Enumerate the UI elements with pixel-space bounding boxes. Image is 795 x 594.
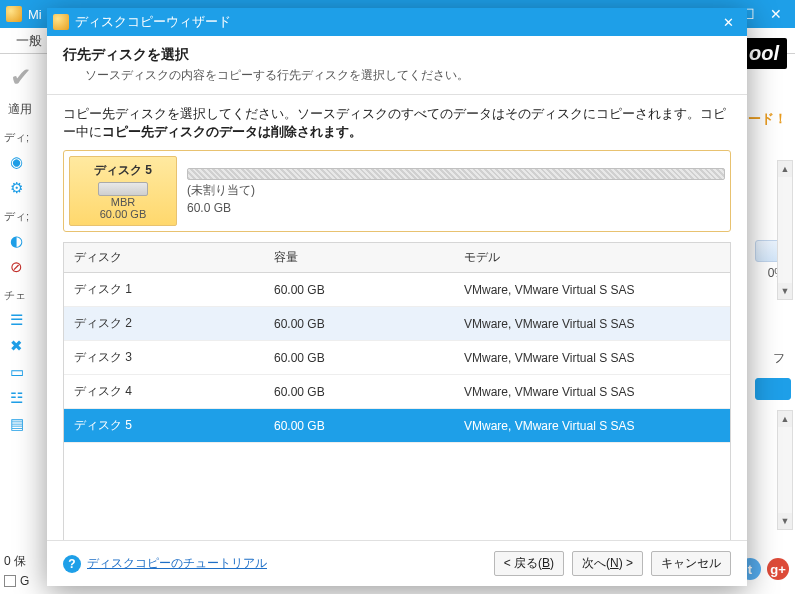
partition-label: (未割り当て): [187, 182, 725, 199]
convert-icon[interactable]: ◐: [10, 232, 23, 250]
table-row[interactable]: ディスク 260.00 GBVMware, VMware Virtual S S…: [64, 307, 730, 341]
disk-icon[interactable]: ◉: [10, 153, 23, 171]
scroll-track-2[interactable]: [778, 427, 792, 513]
cell-model: VMware, VMware Virtual S SAS: [454, 413, 730, 439]
unallocated-bar: [187, 168, 725, 180]
dialog-description-bold: コピー先ディスクのデータは削除されます。: [102, 124, 362, 139]
disk-copy-wizard-dialog: ディスクコピーウィザード ✕ 行先ディスクを選択 ソースディスクの内容をコピーす…: [47, 8, 747, 586]
scroll-track[interactable]: [778, 177, 792, 283]
dialog-footer: ? ディスクコピーのチュートリアル < 戻る(B) 次へ(N) > キャンセル: [47, 540, 747, 586]
disk-gear-icon[interactable]: ⚙: [10, 179, 23, 197]
cell-capacity: 60.00 GB: [264, 413, 454, 439]
col-header-model[interactable]: モデル: [454, 243, 730, 272]
cell-model: VMware, VMware Virtual S SAS: [454, 345, 730, 371]
parent-close-button[interactable]: ✕: [763, 4, 789, 24]
col-header-capacity[interactable]: 容量: [264, 243, 454, 272]
scroll-up-icon[interactable]: ▲: [778, 161, 792, 177]
sidebar-section-disk2: ディ;: [4, 209, 29, 224]
help-icon: ?: [63, 555, 81, 573]
checkbox-box-icon[interactable]: [4, 575, 16, 587]
right-scrollbar-2[interactable]: ▲ ▼: [777, 410, 793, 530]
dialog-titlebar: ディスクコピーウィザード ✕: [47, 8, 747, 36]
back-button[interactable]: < 戻る(B): [494, 551, 564, 576]
scroll-down-icon-2[interactable]: ▼: [778, 513, 792, 529]
cell-model: VMware, VMware Virtual S SAS: [454, 277, 730, 303]
apply-label[interactable]: 適用: [8, 101, 32, 118]
verify-icon[interactable]: ☰: [10, 311, 23, 329]
next-button[interactable]: 次へ(N) >: [572, 551, 643, 576]
dialog-subheading: ソースディスクの内容をコピーする行先ディスクを選択してください。: [85, 67, 731, 84]
preview-size: 60.00 GB: [100, 208, 146, 220]
dialog-close-button[interactable]: ✕: [715, 12, 741, 32]
scroll-up-icon-2[interactable]: ▲: [778, 411, 792, 427]
preview-disk-info: ディスク 5 MBR 60.00 GB: [69, 156, 177, 226]
cell-disk: ディスク 1: [64, 275, 264, 304]
table-row[interactable]: ディスク 460.00 GBVMware, VMware Virtual S S…: [64, 375, 730, 409]
pending-ops-label: 0 保: [4, 553, 29, 570]
table-header: ディスク 容量 モデル: [64, 242, 730, 273]
table-row[interactable]: ディスク 160.00 GBVMware, VMware Virtual S S…: [64, 273, 730, 307]
partition-size: 60.0 GB: [187, 201, 725, 215]
sidebar-section-disk: ディ;: [4, 130, 29, 145]
chart-icon[interactable]: ▭: [10, 363, 24, 381]
dialog-heading: 行先ディスクを選択: [63, 46, 731, 64]
cell-capacity: 60.00 GB: [264, 277, 454, 303]
brand-fragment: ool: [741, 38, 787, 69]
checkmark-icon: ✔: [10, 62, 32, 93]
cell-disk: ディスク 4: [64, 377, 264, 406]
right-scrollbar-1[interactable]: ▲ ▼: [777, 160, 793, 300]
preview-disk-name: ディスク 5: [94, 162, 152, 179]
cell-capacity: 60.00 GB: [264, 311, 454, 337]
dialog-description: コピー先ディスクを選択してください。ソースディスクのすべてのデータはそのディスク…: [63, 105, 731, 140]
dialog-window-controls: ✕: [715, 12, 741, 32]
right-blue-box: [755, 378, 791, 400]
cell-disk: ディスク 3: [64, 343, 264, 372]
help-link-text[interactable]: ディスクコピーのチュートリアル: [87, 555, 267, 572]
col-header-disk[interactable]: ディスク: [64, 243, 264, 272]
scroll-down-icon[interactable]: ▼: [778, 283, 792, 299]
right-upgrade-label: ード！: [748, 110, 787, 128]
table-row[interactable]: ディスク 360.00 GBVMware, VMware Virtual S S…: [64, 341, 730, 375]
parent-bottom-bar: 0 保 G: [4, 553, 29, 588]
cell-disk: ディスク 2: [64, 309, 264, 338]
cell-disk: ディスク 5: [64, 411, 264, 440]
cancel-button[interactable]: キャンセル: [651, 551, 731, 576]
cell-model: VMware, VMware Virtual S SAS: [454, 311, 730, 337]
cell-model: VMware, VMware Virtual S SAS: [454, 379, 730, 405]
app-icon: [6, 6, 22, 22]
checkbox-g-label: G: [20, 574, 29, 588]
googleplus-icon[interactable]: g+: [767, 558, 789, 580]
right-fu-label: フ: [773, 350, 785, 367]
help-link[interactable]: ? ディスクコピーのチュートリアル: [63, 555, 267, 573]
preview-scheme: MBR: [111, 196, 135, 208]
checkbox-g[interactable]: G: [4, 574, 29, 588]
separator: [47, 94, 747, 95]
wizard-icon: [53, 14, 69, 30]
dialog-body: コピー先ディスクを選択してください。ソースディスクのすべてのデータはそのディスク…: [47, 105, 747, 540]
table-body: ディスク 160.00 GBVMware, VMware Virtual S S…: [64, 273, 730, 443]
tools-icon[interactable]: ✖: [10, 337, 23, 355]
cell-capacity: 60.00 GB: [264, 345, 454, 371]
sidebar-section-check: チェ: [4, 288, 26, 303]
list-icon[interactable]: ☳: [10, 389, 23, 407]
table-row[interactable]: ディスク 560.00 GBVMware, VMware Virtual S S…: [64, 409, 730, 443]
target-disk-preview: ディスク 5 MBR 60.00 GB (未割り当て) 60.0 GB: [63, 150, 731, 232]
parent-title: Mi: [28, 7, 42, 22]
cell-capacity: 60.00 GB: [264, 379, 454, 405]
dialog-header: 行先ディスクを選択 ソースディスクの内容をコピーする行先ディスクを選択してくださ…: [47, 36, 747, 92]
dialog-title: ディスクコピーウィザード: [75, 13, 231, 31]
disk-list-table: ディスク 容量 モデル ディスク 160.00 GBVMware, VMware…: [63, 242, 731, 540]
info-icon[interactable]: ▤: [10, 415, 24, 433]
preview-partition-map: (未割り当て) 60.0 GB: [187, 156, 725, 226]
parent-sidebar: ✔ 適用 ディ; ◉ ⚙ ディ; ◐ ⊘ チェ ☰ ✖ ▭ ☳ ▤: [0, 54, 48, 584]
hdd-icon: [98, 182, 148, 196]
delete-icon[interactable]: ⊘: [10, 258, 23, 276]
